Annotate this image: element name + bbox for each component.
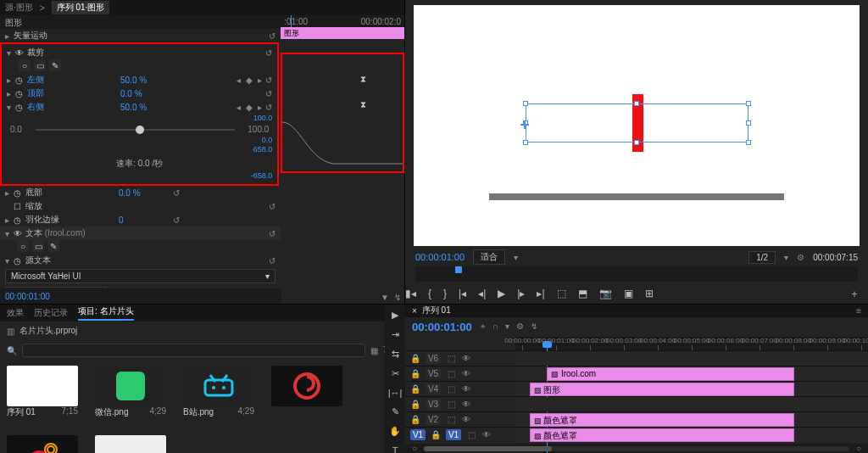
lock-icon[interactable]: 🔒 [410,369,420,378]
sync-icon[interactable]: ⬚ [466,430,476,439]
pm-playhead[interactable] [455,266,462,273]
track-lane[interactable]: ▧ 图形 [515,382,868,396]
track-toggle[interactable]: V3 [426,399,441,410]
zoom-fit-select[interactable]: 适合 [473,249,505,265]
clip[interactable]: ▧ Irool.com [547,367,793,381]
crop-left-row[interactable]: ▸◷左侧50.0 %◂◆▸↺ [2,73,277,87]
zoom-out-icon[interactable]: ○ [412,444,417,453]
tab-effects[interactable]: 效果 [7,307,24,319]
checkbox-icon[interactable]: ☐ [14,202,25,211]
next-kf-icon[interactable]: ▸ [258,76,262,85]
reset-icon[interactable]: ↺ [265,89,272,98]
slider-track[interactable] [36,129,235,131]
scroll-thumb[interactable] [424,446,552,451]
selection-frame[interactable] [526,103,748,142]
track-toggle[interactable]: V2 [426,414,441,425]
export-frame-icon[interactable]: 📷 [599,288,612,299]
sync-icon[interactable]: ⬚ [446,354,456,363]
reset-icon[interactable]: ↺ [265,48,272,58]
eye-icon[interactable]: 👁 [461,354,471,363]
track-lane[interactable]: ▧ 颜色遮罩 [515,412,868,427]
lock-icon[interactable]: 🔒 [410,415,420,424]
vector-motion-row[interactable]: ▸矢量运动↺ [0,29,281,42]
wrench-icon[interactable]: ⚙ [797,253,804,262]
eye-icon[interactable]: 👁 [461,400,471,409]
reset-icon[interactable]: ↺ [265,76,272,85]
track-lane[interactable]: ▧ Irool.com [515,366,868,381]
ellipse-mask-icon[interactable]: ○ [19,59,31,71]
eye-icon[interactable]: 👁 [15,48,27,58]
sync-icon[interactable]: ⬚ [446,369,456,378]
reset-icon[interactable]: ↺ [269,31,275,41]
scale-row[interactable]: ☐缩放↺ [0,199,281,213]
lock-icon[interactable]: 🔒 [410,384,420,394]
eye-icon[interactable]: 👁 [461,415,471,424]
program-viewport[interactable] [414,5,860,246]
prev-kf-icon[interactable]: ◂ [236,103,241,112]
timeline-timecode[interactable]: 00:00:01:00 [412,321,472,333]
sync-icon[interactable]: ⬚ [446,400,456,409]
project-item[interactable] [95,435,166,453]
sync-icon[interactable]: ⬚ [446,415,456,424]
prev-kf-icon[interactable]: ◂ [236,76,241,85]
crop-row[interactable]: ▾👁裁剪↺ [2,46,277,59]
track-toggle[interactable]: V6 [426,353,441,364]
project-item[interactable]: 序列 017;15 [7,366,78,418]
extract-icon[interactable]: ⬒ [578,288,587,299]
reset-icon[interactable]: ↺ [269,229,275,238]
hand-tool-icon[interactable]: ✋ [389,426,401,437]
eye-icon[interactable]: 👁 [481,430,492,439]
lock-icon[interactable]: 🔒 [410,354,420,363]
slider-knob[interactable] [136,126,144,134]
bottom-row[interactable]: ▸◷底部0.0 %↺ [0,186,281,199]
crop-top-row[interactable]: ▸◷顶部0.0 %↺ [2,87,277,100]
zoom-in-icon[interactable]: ○ [856,444,861,453]
stopwatch-icon[interactable]: ◷ [15,89,27,98]
reset-icon[interactable]: ↺ [173,215,180,225]
step-fwd-icon[interactable]: |▸ [517,288,525,299]
track-toggle[interactable]: V1 [446,429,461,440]
slip-tool-icon[interactable]: |↔| [388,388,403,398]
clip[interactable]: ▧ 颜色遮罩 [530,413,794,427]
tab-history[interactable]: 历史记录 [34,307,68,319]
source-patch[interactable]: V1 [410,429,426,440]
lock-icon[interactable]: 🔒 [431,430,441,439]
type-tool-icon[interactable]: T [392,445,398,453]
pm-timecode[interactable]: 00:00:01:00 [415,252,465,262]
stopwatch-icon[interactable]: ◷ [14,256,25,266]
project-item[interactable] [7,435,78,453]
marker-icon[interactable]: ▾ [505,322,509,332]
filter-icon[interactable]: ▼ [381,293,389,302]
pen-mask-icon[interactable]: ✎ [47,240,59,252]
play-icon[interactable]: ▶ [498,288,505,299]
wrench-icon[interactable]: ↯ [394,293,401,302]
rect-mask-icon[interactable]: ▭ [32,240,44,252]
go-out-icon[interactable]: ▸| [537,288,544,299]
go-in-icon[interactable]: |◂ [459,288,466,299]
rect-mask-icon[interactable]: ▭ [34,59,46,71]
eye-icon[interactable]: 👁 [461,384,471,394]
search-input[interactable] [22,344,365,357]
src-text-row[interactable]: ▾◷源文本↺ [0,254,281,267]
link-icon[interactable]: ∩ [492,322,498,332]
project-item[interactable]: B站.png4;29 [183,366,254,418]
reset-icon[interactable]: ↺ [173,188,180,198]
ripple-tool-icon[interactable]: ⇆ [392,349,399,360]
reset-icon[interactable]: ↺ [265,103,272,112]
reset-icon[interactable]: ↺ [269,202,275,211]
track-select-tool-icon[interactable]: ⇥ [392,329,399,340]
eye-icon[interactable]: 👁 [461,369,471,378]
selection-tool-icon[interactable]: ▶ [392,310,398,321]
search-icon[interactable]: 🔍 [7,346,17,355]
lift-icon[interactable]: ⬚ [557,288,566,299]
stopwatch-icon[interactable]: ◷ [14,188,25,198]
reset-icon[interactable]: ↺ [269,256,275,266]
project-item[interactable] [271,366,342,418]
anchor-point-icon[interactable] [520,120,529,129]
wrench-icon[interactable]: ⚙ [516,322,524,332]
step-back-icon[interactable]: ◂| [478,288,486,299]
clip[interactable]: ▧ 颜色遮罩 [530,428,794,442]
resolution-select[interactable]: 1/2 [748,251,776,264]
track-lane[interactable] [515,397,868,411]
pm-mini-timeline[interactable] [415,266,858,282]
